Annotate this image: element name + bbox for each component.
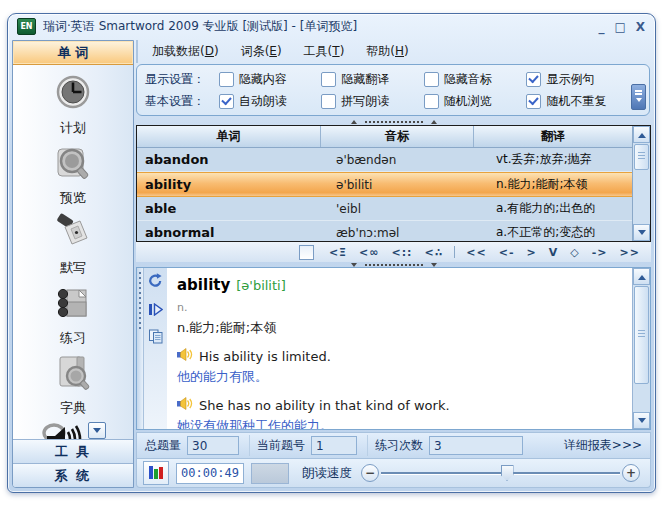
option-random-browse[interactable]: 随机浏览 bbox=[424, 93, 527, 110]
option-hide-phonetic[interactable]: 隐藏音标 bbox=[424, 71, 527, 88]
speaker-icon[interactable] bbox=[41, 422, 85, 439]
option-hide-content[interactable]: 隐藏内容 bbox=[219, 71, 322, 88]
sidebar: 单 词 计划 预览 默写 bbox=[12, 40, 134, 488]
nav-prev-icon[interactable]: <- bbox=[494, 246, 520, 259]
speed-plus-button[interactable]: + bbox=[622, 464, 640, 482]
sidebar-item-label: 练习 bbox=[13, 329, 133, 347]
sidebar-item-label: 默写 bbox=[13, 259, 133, 277]
scrollbar-thumb[interactable] bbox=[634, 144, 649, 170]
table-row[interactable]: abnormal æb'nɔ:məl a.不正常的;变态的 bbox=[137, 221, 632, 242]
nav-list-icon[interactable]: <:: bbox=[386, 246, 417, 259]
scroll-up-icon[interactable] bbox=[633, 268, 650, 285]
divider bbox=[454, 246, 455, 258]
sidebar-item-dictation[interactable]: 默写 bbox=[13, 212, 133, 277]
menu-bar: 加载数据(D) 词条(E) 工具(T) 帮助(H) bbox=[136, 40, 651, 63]
nav-next-icon[interactable]: -> bbox=[587, 246, 613, 259]
menu-load-data[interactable]: 加载数据(D) bbox=[152, 43, 219, 60]
checkbox[interactable] bbox=[526, 72, 541, 87]
reading-speed-label: 朗读速度 bbox=[302, 465, 352, 482]
nav-therefore-icon[interactable]: <∴ bbox=[419, 246, 448, 259]
option-random-no-repeat[interactable]: 随机不重复 bbox=[526, 93, 629, 110]
nav-first-icon[interactable]: << bbox=[461, 246, 491, 259]
scroll-down-icon[interactable] bbox=[633, 412, 650, 429]
speed-minus-button[interactable]: − bbox=[361, 464, 379, 482]
toolbar-overflow-button[interactable] bbox=[631, 84, 646, 110]
blank-indicator bbox=[251, 463, 289, 484]
bar-chart-icon bbox=[147, 463, 165, 484]
detail-word: ability bbox=[177, 276, 230, 294]
nav-diamond-icon[interactable]: ◇ bbox=[565, 246, 584, 259]
table-row[interactable]: abandon ə'bændən vt.丢弃;放弃;抛弃 bbox=[137, 148, 632, 172]
column-header-phonetic[interactable]: 音标 bbox=[321, 126, 474, 147]
checkbox[interactable] bbox=[526, 94, 541, 109]
slider-thumb[interactable] bbox=[501, 465, 514, 481]
status-current-question: 当前题号 1 bbox=[257, 435, 368, 456]
nav-loop-icon[interactable]: <∞ bbox=[354, 246, 384, 259]
option-auto-read[interactable]: 自动朗读 bbox=[219, 93, 322, 110]
magnifier-icon bbox=[52, 169, 94, 188]
slider-track[interactable] bbox=[381, 472, 620, 474]
reading-speed-slider[interactable]: − + bbox=[361, 464, 640, 482]
window-title: 瑞词·英语 Smartword 2009 专业版 [测试版] - [单词预览] bbox=[43, 18, 598, 35]
nav-play-icon[interactable]: > bbox=[522, 246, 542, 259]
checkbox[interactable] bbox=[219, 94, 234, 109]
sidebar-tab-system[interactable]: 系 统 bbox=[13, 463, 133, 487]
nav-down-icon[interactable]: V bbox=[544, 246, 564, 259]
column-header-word[interactable]: 单词 bbox=[137, 126, 321, 147]
column-header-translation[interactable]: 翻译 bbox=[474, 126, 632, 147]
detailed-report-link[interactable]: 详细报表>>> bbox=[564, 437, 642, 454]
menu-help[interactable]: 帮助(H) bbox=[366, 43, 408, 60]
status-bar: 总题量 30 当前题号 1 练习次数 3 详细报表>>> bbox=[136, 432, 651, 459]
timer-display: 00:00:49 bbox=[176, 463, 244, 484]
dictionary-icon bbox=[52, 379, 94, 398]
option-show-examples[interactable]: 显示例句 bbox=[526, 71, 629, 88]
sidebar-tab-words[interactable]: 单 词 bbox=[13, 41, 133, 65]
total-questions-value: 30 bbox=[187, 436, 239, 455]
sidebar-item-label: 预览 bbox=[13, 189, 133, 207]
sound-icon[interactable] bbox=[177, 396, 193, 416]
maximize-button[interactable]: □ bbox=[614, 21, 625, 33]
report-chart-button[interactable] bbox=[143, 461, 169, 485]
sidebar-item-preview[interactable]: 预览 bbox=[13, 142, 133, 207]
sidebar-item-practice[interactable]: 练习 bbox=[13, 282, 133, 347]
sidebar-item-dictionary[interactable]: 字典 bbox=[13, 352, 133, 417]
basic-settings-label: 基本设置： bbox=[145, 93, 219, 110]
close-button[interactable]: X bbox=[636, 21, 645, 33]
checkbox[interactable] bbox=[321, 72, 336, 87]
sidebar-item-label: 字典 bbox=[13, 399, 133, 417]
menu-entry[interactable]: 词条(E) bbox=[241, 43, 282, 60]
menu-tools[interactable]: 工具(T) bbox=[304, 43, 345, 60]
nav-last-icon[interactable]: >> bbox=[615, 246, 645, 259]
table-scrollbar[interactable] bbox=[632, 126, 650, 241]
read-word-icon[interactable] bbox=[148, 301, 163, 320]
example-sentence: She has no ability in that kind of work. bbox=[199, 396, 450, 416]
bottom-bar: 00:00:49 朗读速度 − + bbox=[136, 459, 651, 488]
sidebar-item-plan[interactable]: 计划 bbox=[13, 72, 133, 137]
speaker-dropdown-button[interactable] bbox=[88, 422, 106, 439]
screenshot-root: EN 瑞词·英语 Smartword 2009 专业版 [测试版] - [单词预… bbox=[0, 0, 663, 510]
scroll-up-icon[interactable] bbox=[633, 126, 650, 143]
option-hide-translation[interactable]: 隐藏翻译 bbox=[321, 71, 424, 88]
checkbox[interactable] bbox=[219, 72, 234, 87]
nav-checkbox[interactable] bbox=[299, 245, 314, 260]
sidebar-tab-tools[interactable]: 工 具 bbox=[13, 439, 133, 463]
table-row[interactable]: ability ə'biliti n.能力;能耐;本领 bbox=[137, 172, 632, 197]
app-icon: EN bbox=[17, 18, 36, 35]
checkbox[interactable] bbox=[321, 94, 336, 109]
refresh-icon[interactable] bbox=[148, 273, 163, 292]
checkbox[interactable] bbox=[424, 72, 439, 87]
option-spell-read[interactable]: 拼写朗读 bbox=[321, 93, 424, 110]
example-sentence: His ability is limited. bbox=[199, 347, 331, 367]
panel-collapse-handle[interactable] bbox=[137, 268, 144, 429]
minimize-button[interactable]: _ bbox=[598, 21, 604, 33]
checkbox[interactable] bbox=[424, 94, 439, 109]
practice-count-value: 3 bbox=[429, 436, 523, 455]
sound-icon[interactable] bbox=[177, 347, 193, 367]
table-row[interactable]: able 'eibl a.有能力的;出色的 bbox=[137, 197, 632, 221]
splitter-handle-top[interactable] bbox=[136, 118, 651, 125]
scrollbar-thumb[interactable] bbox=[634, 286, 649, 384]
detail-scrollbar[interactable] bbox=[632, 268, 650, 429]
scroll-down-icon[interactable] bbox=[633, 224, 650, 241]
copy-icon[interactable] bbox=[148, 329, 164, 348]
nav-first-group-icon[interactable]: <Ξ bbox=[324, 246, 352, 259]
